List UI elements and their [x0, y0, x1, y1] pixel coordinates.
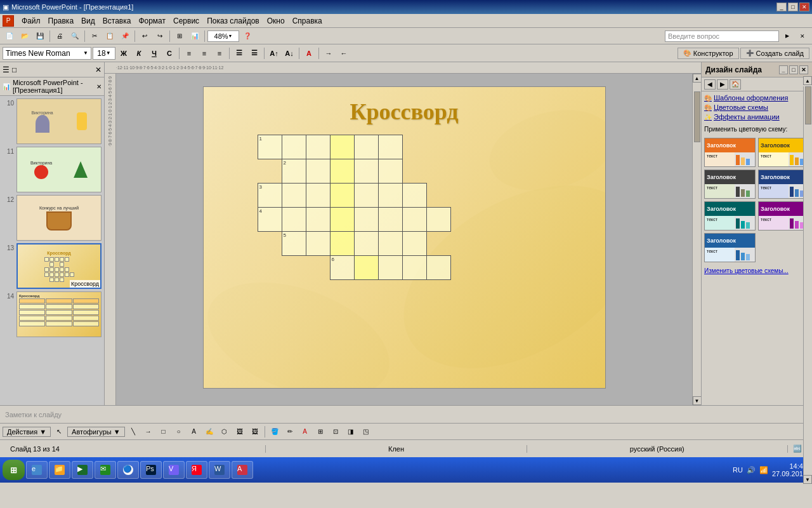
insert-table-button[interactable]: ⊞ — [173, 30, 187, 43]
rp-back-button[interactable]: ◀ — [704, 79, 716, 90]
font-size-selector[interactable]: 18 ▼ — [93, 47, 115, 60]
close-presentation-icon[interactable]: ✕ — [96, 83, 102, 90]
list-bullet-button[interactable]: ☰ — [232, 47, 246, 60]
close-panel-icon[interactable]: ✕ — [95, 65, 102, 74]
line-color-tool[interactable]: ✏ — [283, 425, 297, 438]
taskbar-word[interactable]: W — [209, 461, 230, 479]
slide-thumb-13[interactable]: 13 Кроссворд Кроссворд — [3, 243, 102, 289]
cut-button[interactable]: ✂ — [88, 30, 102, 43]
ellipse-tool[interactable]: ○ — [172, 425, 186, 438]
slide-canvas[interactable]: Кроссворд 1 — [203, 86, 606, 389]
rp-close-icon[interactable]: ✕ — [799, 65, 808, 74]
zoom-dropdown-icon[interactable]: ▼ — [228, 34, 233, 38]
copy-button[interactable]: 📋 — [103, 30, 117, 43]
group-tool[interactable]: ⊡ — [329, 425, 343, 438]
save-button[interactable]: 💾 — [33, 30, 47, 43]
slide-thumb-12[interactable]: 12 Конкурс на лучший — [3, 195, 102, 241]
slide-thumb-11[interactable]: 11 Викторина — [3, 147, 102, 192]
arrow-tool[interactable]: → — [141, 425, 155, 438]
align-tool[interactable]: ⊞ — [313, 425, 327, 438]
preview-button[interactable]: 🔍 — [68, 30, 82, 43]
italic-button[interactable]: К — [132, 47, 146, 60]
rp-minimize-icon[interactable]: _ — [779, 65, 788, 74]
color-scheme-4[interactable]: Заголовок текст — [758, 170, 809, 199]
menu-format[interactable]: Формат — [134, 15, 169, 27]
autoshapes-button[interactable]: Автофигуры ▼ — [67, 427, 124, 437]
templates-link[interactable]: 🎨 Шаблоны оформления — [704, 94, 809, 102]
close-button[interactable]: ✕ — [799, 3, 809, 11]
draw-select-button[interactable]: ↖ — [52, 425, 66, 438]
scroll-thumb[interactable] — [694, 91, 700, 142]
color-scheme-3[interactable]: Заголовок текст — [704, 170, 756, 199]
slide-img-12[interactable]: Конкурс на лучший — [16, 195, 102, 241]
menu-window[interactable]: Окно — [263, 15, 289, 27]
rp-scroll-up[interactable]: ▲ — [803, 76, 812, 85]
3d-tool[interactable]: ◳ — [359, 425, 373, 438]
rp-home-button[interactable]: 🏠 — [730, 79, 741, 90]
clipart-tool[interactable]: 🖼 — [233, 425, 247, 438]
vertical-scrollbar[interactable]: ▲ ▼ — [692, 74, 701, 405]
slide-img-11[interactable]: Викторина — [16, 147, 102, 192]
textbox-tool[interactable]: A — [187, 425, 201, 438]
konstruktor-button[interactable]: 🎨 Конструктор — [678, 48, 739, 59]
size-dropdown-icon[interactable]: ▼ — [106, 50, 111, 56]
menu-slideshow[interactable]: Показ слайдов — [203, 15, 263, 27]
rp-scroll-thumb[interactable] — [805, 86, 811, 124]
slide-img-10[interactable]: Викторина — [16, 98, 102, 144]
maximize-button[interactable]: □ — [788, 3, 798, 11]
notes-area[interactable]: Заметки к слайду — [0, 405, 812, 423]
change-schemes-link[interactable]: Изменить цветовые схемы... — [704, 267, 809, 274]
color-scheme-7[interactable]: Заголовок текст — [704, 233, 756, 262]
panel-icon2[interactable]: □ — [12, 65, 16, 74]
list-number-button[interactable]: ☰ — [247, 47, 261, 60]
undo-button[interactable]: ↩ — [138, 30, 152, 43]
taskbar-wmp[interactable]: ▶ — [72, 461, 93, 479]
font-selector[interactable]: Times New Roman ▼ — [3, 47, 91, 60]
color-scheme-5[interactable]: Заголовок текст — [704, 201, 756, 231]
menu-help[interactable]: Справка — [289, 15, 326, 27]
scroll-down-button[interactable]: ▼ — [693, 396, 702, 405]
close-panel-button[interactable]: ✕ — [796, 30, 809, 43]
align-right-button[interactable]: ≡ — [213, 47, 226, 60]
menu-view[interactable]: Вид — [77, 15, 99, 27]
redo-button[interactable]: ↪ — [153, 30, 167, 43]
taskbar-viber[interactable]: V — [163, 461, 185, 479]
underline-button[interactable]: Ч — [147, 47, 161, 60]
insert-chart-button[interactable]: 📊 — [188, 30, 202, 43]
open-button[interactable]: 📂 — [18, 30, 32, 43]
presentation-tab[interactable]: 📊 Microsoft PowerPoint - [Презентация1] … — [0, 77, 104, 96]
fill-color-tool[interactable]: 🪣 — [268, 425, 282, 438]
wordart-tool[interactable]: ✍ — [202, 425, 216, 438]
taskbar-mail[interactable]: ✉ — [95, 461, 116, 479]
diagram-tool[interactable]: ⬡ — [218, 425, 232, 438]
right-panel-icons[interactable]: _ □ ✕ — [779, 65, 808, 74]
menu-file[interactable]: Файл — [18, 15, 44, 27]
font-color-draw-tool[interactable]: A — [298, 425, 312, 438]
taskbar-chrome[interactable]: 🔵 — [117, 461, 139, 479]
minimize-button[interactable]: _ — [776, 3, 787, 11]
new-button[interactable]: 📄 — [3, 30, 16, 43]
print-button[interactable]: 🖨 — [53, 30, 67, 43]
rp-forward-button[interactable]: ▶ — [717, 79, 728, 90]
align-left-button[interactable]: ≡ — [182, 47, 196, 60]
slide-thumb-10[interactable]: 10 Викторина — [3, 98, 102, 144]
increase-font-button[interactable]: A↑ — [267, 47, 281, 60]
color-scheme-6[interactable]: Заголовок текст — [758, 201, 809, 231]
taskbar-yandex[interactable]: Я — [186, 461, 207, 479]
help-button[interactable]: ❓ — [240, 30, 254, 43]
font-dropdown-icon[interactable]: ▼ — [83, 50, 88, 56]
indent-more-button[interactable]: → — [322, 47, 336, 60]
right-panel-scrollbar[interactable]: ▲ ▼ — [803, 76, 812, 405]
color-scheme-2[interactable]: Заголовок текст — [758, 138, 809, 167]
taskbar-access[interactable]: A — [232, 461, 253, 479]
taskbar-ie[interactable]: e — [26, 461, 48, 479]
indent-less-button[interactable]: ← — [337, 47, 351, 60]
help-search-button[interactable]: ▶ — [780, 30, 794, 43]
rect-tool[interactable]: □ — [157, 425, 171, 438]
shadow-tool[interactable]: ◨ — [344, 425, 358, 438]
actions-dropdown[interactable]: ▼ — [39, 428, 46, 436]
color-scheme-1[interactable]: Заголовок текст — [704, 138, 756, 167]
taskbar-explorer[interactable]: 📁 — [49, 461, 70, 479]
image-tool[interactable]: 🖼 — [248, 425, 262, 438]
create-slide-button[interactable]: ➕ Создать слайд — [740, 48, 809, 59]
